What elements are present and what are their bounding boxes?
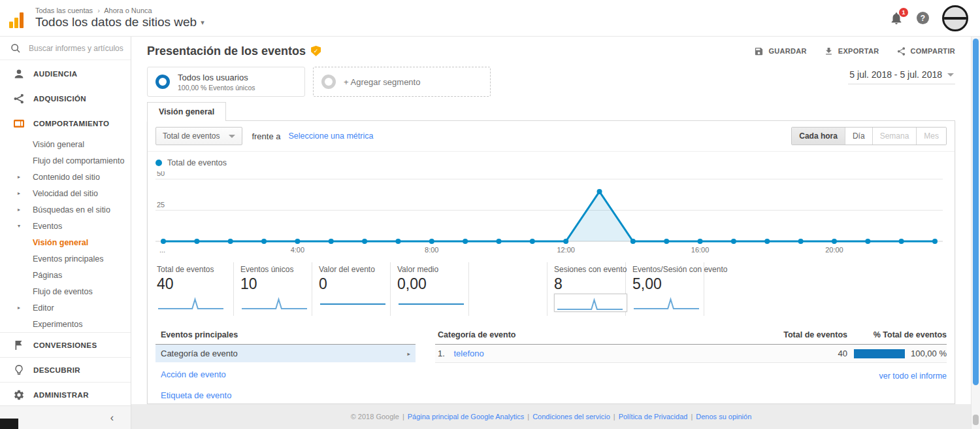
view-full-report-link[interactable]: ver todo el informe [879, 371, 947, 381]
sidebar-item-administrar[interactable]: ADMINISTRAR [0, 382, 131, 407]
sidebar-item-editor[interactable]: ▸Editor [0, 300, 131, 316]
expand-arrow-icon: ▸ [18, 207, 20, 213]
save-button[interactable]: GUARDAR [754, 46, 806, 56]
expand-arrow-icon: ▸ [18, 174, 20, 180]
row-percent: 100,00 % [911, 349, 947, 358]
breadcrumb-separator: › [97, 7, 100, 14]
metric-dropdown[interactable]: Total de eventos [155, 127, 242, 145]
metric-card-valor-medio[interactable]: Valor medio 0,00 [391, 262, 469, 316]
notification-badge: 1 [899, 8, 908, 17]
svg-text:50: 50 [157, 171, 165, 177]
sidebar-item-conversiones[interactable]: CONVERSIONES [0, 332, 131, 357]
table-header: Categoría de evento Total de eventos % T… [435, 328, 947, 345]
granularity-month-button: Mes [916, 128, 946, 145]
events-line-chart: 2550...4:008:0012:0016:0020:00 [148, 169, 955, 259]
sidebar-collapse-button[interactable]: ‹ [0, 405, 131, 429]
expand-arrow-icon: ▸ [18, 305, 20, 311]
copyright: © 2018 Google [351, 413, 399, 420]
help-button[interactable]: ? [917, 12, 929, 24]
dimension-categoria-de-evento[interactable]: Categoría de evento ▸ [155, 345, 416, 362]
sidebar-item-flujo-de-eventos[interactable]: Flujo de eventos [0, 283, 131, 300]
granularity-day-button[interactable]: Día [845, 128, 872, 145]
sidebar-item-vision-general-comportamiento[interactable]: Visión general [0, 136, 131, 152]
metric-card-sesiones-con-evento[interactable]: Sesiones con evento 8 [547, 262, 626, 316]
sidebar-item-audiencia[interactable]: AUDIENCIA [0, 61, 131, 86]
footer-link-terms[interactable]: Condiciones del servicio [532, 413, 610, 420]
sidebar-item-paginas[interactable]: Páginas [0, 267, 131, 283]
sidebar-item-adquisicion[interactable]: ADQUISICIÓN [0, 86, 131, 111]
share-icon [896, 46, 906, 56]
property-title-dropdown[interactable]: Todos los datos de sitios web▾ [35, 15, 204, 29]
behavior-icon [13, 118, 25, 129]
sidebar-item-flujo-del-comportamiento[interactable]: Flujo del comportamiento [0, 152, 131, 169]
vs-label: frente a [252, 131, 280, 141]
row-total: 40 [762, 349, 847, 358]
title-caret-icon: ▾ [201, 18, 204, 26]
metric-scorecards: Total de eventos 40 Eventos únicos 10 Va… [148, 261, 955, 316]
bulb-icon [13, 364, 25, 376]
sidebar-item-eventos-principales[interactable]: Eventos principales [0, 250, 131, 267]
svg-text:20:00: 20:00 [825, 246, 843, 254]
select-metric-link[interactable]: Seleccione una métrica [289, 131, 374, 141]
segments-row: Todos los usuarios 100,00 % Eventos únic… [131, 61, 971, 99]
footer-link-home[interactable]: Página principal de Google Analytics [408, 413, 525, 420]
granularity-hourly-button[interactable]: Cada hora [792, 128, 845, 145]
sidebar-item-eventos-vision-general[interactable]: Visión general [0, 234, 131, 250]
app-header: Todas las cuentas › Ahora o Nunca Todos … [0, 0, 980, 37]
sidebar-item-descubrir[interactable]: DESCUBRIR [0, 357, 131, 382]
column-header-total[interactable]: Total de eventos [762, 330, 847, 339]
metric-card-eventos-unicos[interactable]: Eventos únicos 10 [234, 262, 312, 316]
notifications-button[interactable]: 1 [889, 11, 904, 26]
dimension-accion-de-evento[interactable]: Acción de evento [155, 366, 416, 383]
dimension-etiqueta-de-evento[interactable]: Etiqueta de evento [155, 386, 416, 404]
sidebar-item-comportamiento[interactable]: COMPORTAMIENTO [0, 111, 131, 136]
share-button[interactable]: COMPARTIR [896, 46, 956, 56]
panel-title: Eventos principales [155, 328, 416, 345]
top-events-panel: Eventos principales Categoría de evento … [155, 328, 416, 404]
chevron-left-icon: ‹ [110, 412, 114, 424]
add-segment-button[interactable]: + Agregar segmento [313, 67, 491, 97]
sidebar-nav: AUDIENCIA ADQUISICIÓN COMPORTAMIENTO Vis… [0, 60, 131, 407]
legend-label: Total de eventos [167, 158, 227, 167]
footer-link-feedback[interactable]: Denos su opinión [696, 413, 751, 420]
breadcrumb-account[interactable]: Todas las cuentas [35, 7, 93, 14]
scrollbar-track[interactable] [971, 37, 980, 429]
svg-text:8:00: 8:00 [425, 246, 438, 254]
account-avatar[interactable] [942, 5, 968, 31]
search-icon [10, 43, 21, 54]
save-icon [754, 46, 764, 56]
main-content: Presentación de los eventos ✓ GUARDAR EX… [131, 37, 971, 429]
sparkline [319, 294, 388, 312]
scrollbar-thumb-secondary[interactable] [973, 415, 979, 425]
svg-text:12:00: 12:00 [557, 246, 575, 254]
sidebar-item-velocidad-del-sitio[interactable]: ▸Velocidad del sitio [0, 185, 131, 201]
sidebar-item-busquedas-en-el-sitio[interactable]: ▸Búsquedas en el sitio [0, 201, 131, 218]
search-input[interactable] [29, 44, 127, 53]
scrollbar-thumb[interactable] [973, 39, 979, 385]
sidebar-item-contenido-del-sitio[interactable]: ▸Contenido del sitio [0, 169, 131, 185]
metric-card-valor-del-evento[interactable]: Valor del evento 0 [312, 262, 391, 316]
analytics-app: Todas las cuentas › Ahora o Nunca Todos … [0, 0, 980, 429]
chevron-right-icon: ▸ [407, 351, 410, 357]
breadcrumb-property[interactable]: Ahora o Nunca [104, 7, 152, 14]
caret-down-icon [229, 135, 235, 138]
sidebar-item-experimentos[interactable]: Experimentos [0, 316, 131, 332]
footer-link-privacy[interactable]: Política de Privacidad [619, 413, 688, 420]
column-header-percent[interactable]: % Total de eventos [847, 330, 947, 339]
events-table: Categoría de evento Total de eventos % T… [435, 328, 947, 404]
sidebar-item-eventos[interactable]: ▾Eventos [0, 218, 131, 234]
sparkline [397, 294, 466, 312]
export-button[interactable]: EXPORTAR [824, 46, 879, 56]
page-title: Presentación de los eventos [147, 44, 306, 58]
metric-card-eventos-sesion[interactable]: Eventos/Sesión con evento 5,00 [626, 262, 704, 316]
metric-card-empty-slot [469, 262, 547, 316]
verified-badge-icon: ✓ [311, 46, 321, 56]
page-footer: © 2018 Google | Página principal de Goog… [131, 404, 971, 429]
report-card: Total de eventos frente a Seleccione una… [147, 121, 955, 404]
date-range-selector[interactable]: 5 jul. 2018 - 5 jul. 2018 [848, 67, 955, 84]
category-link[interactable]: telefono [453, 349, 483, 358]
tab-vision-general[interactable]: Visión general [147, 102, 226, 121]
segment-all-users[interactable]: Todos los usuarios 100,00 % Eventos únic… [147, 67, 305, 97]
column-header-categoria[interactable]: Categoría de evento [435, 330, 762, 339]
metric-card-total-eventos[interactable]: Total de eventos 40 [155, 262, 234, 316]
